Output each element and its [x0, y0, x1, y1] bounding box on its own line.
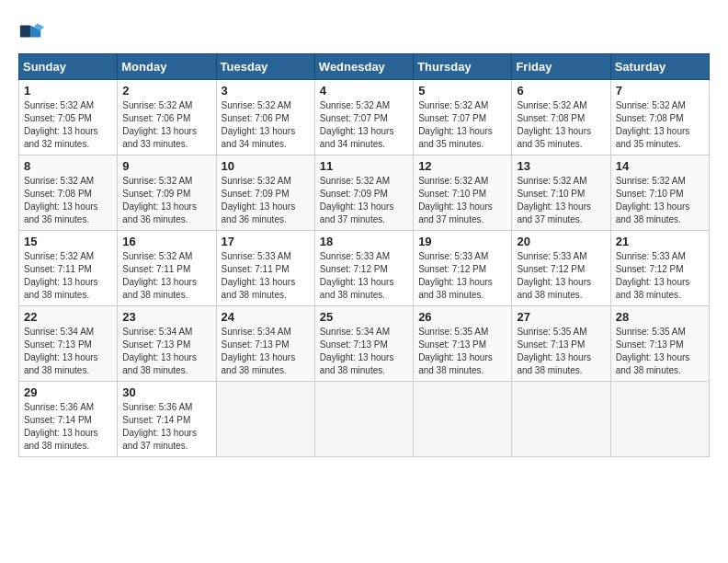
day-info: Sunrise: 5:33 AMSunset: 7:11 PMDaylight:…	[222, 250, 310, 302]
day-number: 20	[517, 235, 605, 248]
calendar-cell: 10Sunrise: 5:32 AMSunset: 7:09 PMDayligh…	[216, 155, 314, 231]
calendar-cell	[414, 382, 512, 457]
day-number: 6	[517, 84, 605, 98]
day-info: Sunrise: 5:34 AMSunset: 7:13 PMDaylight:…	[24, 326, 112, 377]
day-info: Sunrise: 5:32 AMSunset: 7:09 PMDaylight:…	[320, 175, 408, 226]
calendar-cell: 2Sunrise: 5:32 AMSunset: 7:06 PMDaylight…	[118, 80, 216, 155]
day-number: 1	[24, 84, 112, 98]
day-info: Sunrise: 5:35 AMSunset: 7:13 PMDaylight:…	[517, 326, 605, 377]
weekday-monday: Monday	[118, 54, 216, 80]
calendar-cell	[512, 382, 610, 457]
day-info: Sunrise: 5:32 AMSunset: 7:08 PMDaylight:…	[616, 99, 704, 151]
day-number: 17	[222, 235, 310, 248]
day-number: 5	[418, 84, 506, 98]
weekday-wednesday: Wednesday	[314, 54, 413, 80]
calendar-cell: 12Sunrise: 5:32 AMSunset: 7:10 PMDayligh…	[414, 155, 512, 231]
calendar-cell: 22Sunrise: 5:34 AMSunset: 7:13 PMDayligh…	[19, 306, 118, 382]
day-info: Sunrise: 5:33 AMSunset: 7:12 PMDaylight:…	[517, 250, 605, 302]
calendar-cell: 29Sunrise: 5:36 AMSunset: 7:14 PMDayligh…	[19, 382, 118, 457]
day-info: Sunrise: 5:32 AMSunset: 7:10 PMDaylight:…	[418, 175, 506, 226]
day-number: 29	[24, 385, 112, 399]
calendar-cell: 3Sunrise: 5:32 AMSunset: 7:06 PMDaylight…	[216, 80, 314, 155]
day-number: 10	[222, 159, 310, 173]
day-number: 7	[616, 84, 704, 98]
day-number: 13	[517, 159, 605, 173]
calendar-cell: 30Sunrise: 5:36 AMSunset: 7:14 PMDayligh…	[118, 382, 216, 457]
calendar-cell: 28Sunrise: 5:35 AMSunset: 7:13 PMDayligh…	[610, 306, 709, 382]
day-info: Sunrise: 5:33 AMSunset: 7:12 PMDaylight:…	[320, 250, 408, 302]
weekday-header-row: SundayMondayTuesdayWednesdayThursdayFrid…	[19, 54, 710, 80]
calendar-week-4: 22Sunrise: 5:34 AMSunset: 7:13 PMDayligh…	[19, 306, 710, 382]
day-number: 4	[320, 84, 408, 98]
calendar-cell: 26Sunrise: 5:35 AMSunset: 7:13 PMDayligh…	[414, 306, 512, 382]
day-number: 26	[418, 310, 506, 324]
day-number: 16	[122, 235, 210, 248]
day-info: Sunrise: 5:32 AMSunset: 7:08 PMDaylight:…	[24, 175, 112, 226]
calendar-cell	[216, 382, 314, 457]
day-number: 8	[24, 159, 112, 173]
day-info: Sunrise: 5:33 AMSunset: 7:12 PMDaylight:…	[418, 250, 506, 302]
day-info: Sunrise: 5:34 AMSunset: 7:13 PMDaylight:…	[222, 326, 310, 377]
day-info: Sunrise: 5:32 AMSunset: 7:11 PMDaylight:…	[24, 250, 112, 302]
calendar-cell: 20Sunrise: 5:33 AMSunset: 7:12 PMDayligh…	[512, 231, 610, 306]
calendar-cell: 19Sunrise: 5:33 AMSunset: 7:12 PMDayligh…	[414, 231, 512, 306]
calendar-week-1: 1Sunrise: 5:32 AMSunset: 7:05 PMDaylight…	[19, 80, 710, 155]
day-info: Sunrise: 5:35 AMSunset: 7:13 PMDaylight:…	[616, 326, 704, 377]
calendar-cell: 16Sunrise: 5:32 AMSunset: 7:11 PMDayligh…	[118, 231, 216, 306]
calendar-week-5: 29Sunrise: 5:36 AMSunset: 7:14 PMDayligh…	[19, 382, 710, 457]
calendar-cell: 7Sunrise: 5:32 AMSunset: 7:08 PMDaylight…	[610, 80, 709, 155]
day-info: Sunrise: 5:32 AMSunset: 7:09 PMDaylight:…	[122, 175, 210, 226]
day-number: 9	[122, 159, 210, 173]
logo	[18, 18, 48, 44]
day-info: Sunrise: 5:32 AMSunset: 7:10 PMDaylight:…	[616, 175, 704, 226]
day-number: 11	[320, 159, 408, 173]
svg-rect-0	[20, 25, 30, 37]
day-info: Sunrise: 5:35 AMSunset: 7:13 PMDaylight:…	[418, 326, 506, 377]
calendar-cell: 27Sunrise: 5:35 AMSunset: 7:13 PMDayligh…	[512, 306, 610, 382]
calendar-cell: 15Sunrise: 5:32 AMSunset: 7:11 PMDayligh…	[19, 231, 118, 306]
day-info: Sunrise: 5:36 AMSunset: 7:14 PMDaylight:…	[122, 401, 210, 453]
calendar-cell: 4Sunrise: 5:32 AMSunset: 7:07 PMDaylight…	[314, 80, 413, 155]
day-number: 18	[320, 235, 408, 248]
weekday-friday: Friday	[512, 54, 610, 80]
calendar-cell	[610, 382, 709, 457]
calendar-cell: 18Sunrise: 5:33 AMSunset: 7:12 PMDayligh…	[314, 231, 413, 306]
calendar-body: 1Sunrise: 5:32 AMSunset: 7:05 PMDaylight…	[19, 80, 710, 457]
day-number: 27	[517, 310, 605, 324]
day-number: 23	[122, 310, 210, 324]
day-info: Sunrise: 5:32 AMSunset: 7:10 PMDaylight:…	[517, 175, 605, 226]
day-info: Sunrise: 5:32 AMSunset: 7:07 PMDaylight:…	[320, 99, 408, 151]
day-number: 28	[616, 310, 704, 324]
day-number: 22	[24, 310, 112, 324]
day-number: 12	[418, 159, 506, 173]
day-number: 25	[320, 310, 408, 324]
day-number: 21	[616, 235, 704, 248]
day-number: 15	[24, 235, 112, 248]
day-info: Sunrise: 5:32 AMSunset: 7:05 PMDaylight:…	[24, 99, 112, 151]
day-info: Sunrise: 5:32 AMSunset: 7:06 PMDaylight:…	[122, 99, 210, 151]
calendar-cell: 13Sunrise: 5:32 AMSunset: 7:10 PMDayligh…	[512, 155, 610, 231]
calendar-cell: 6Sunrise: 5:32 AMSunset: 7:08 PMDaylight…	[512, 80, 610, 155]
day-info: Sunrise: 5:33 AMSunset: 7:12 PMDaylight:…	[616, 250, 704, 302]
day-info: Sunrise: 5:32 AMSunset: 7:06 PMDaylight:…	[222, 99, 310, 151]
calendar-week-2: 8Sunrise: 5:32 AMSunset: 7:08 PMDaylight…	[19, 155, 710, 231]
day-info: Sunrise: 5:34 AMSunset: 7:13 PMDaylight:…	[320, 326, 408, 377]
day-info: Sunrise: 5:34 AMSunset: 7:13 PMDaylight:…	[122, 326, 210, 377]
weekday-tuesday: Tuesday	[216, 54, 314, 80]
day-number: 24	[222, 310, 310, 324]
calendar-week-3: 15Sunrise: 5:32 AMSunset: 7:11 PMDayligh…	[19, 231, 710, 306]
calendar: SundayMondayTuesdayWednesdayThursdayFrid…	[18, 53, 710, 457]
calendar-header: SundayMondayTuesdayWednesdayThursdayFrid…	[19, 54, 710, 80]
day-number: 19	[418, 235, 506, 248]
day-number: 30	[122, 385, 210, 399]
calendar-cell	[314, 382, 413, 457]
day-number: 14	[616, 159, 704, 173]
calendar-cell: 24Sunrise: 5:34 AMSunset: 7:13 PMDayligh…	[216, 306, 314, 382]
weekday-sunday: Sunday	[19, 54, 118, 80]
calendar-cell: 8Sunrise: 5:32 AMSunset: 7:08 PMDaylight…	[19, 155, 118, 231]
day-info: Sunrise: 5:36 AMSunset: 7:14 PMDaylight:…	[24, 401, 112, 453]
day-number: 3	[222, 84, 310, 98]
calendar-cell: 23Sunrise: 5:34 AMSunset: 7:13 PMDayligh…	[118, 306, 216, 382]
logo-icon	[18, 18, 44, 44]
day-number: 2	[122, 84, 210, 98]
